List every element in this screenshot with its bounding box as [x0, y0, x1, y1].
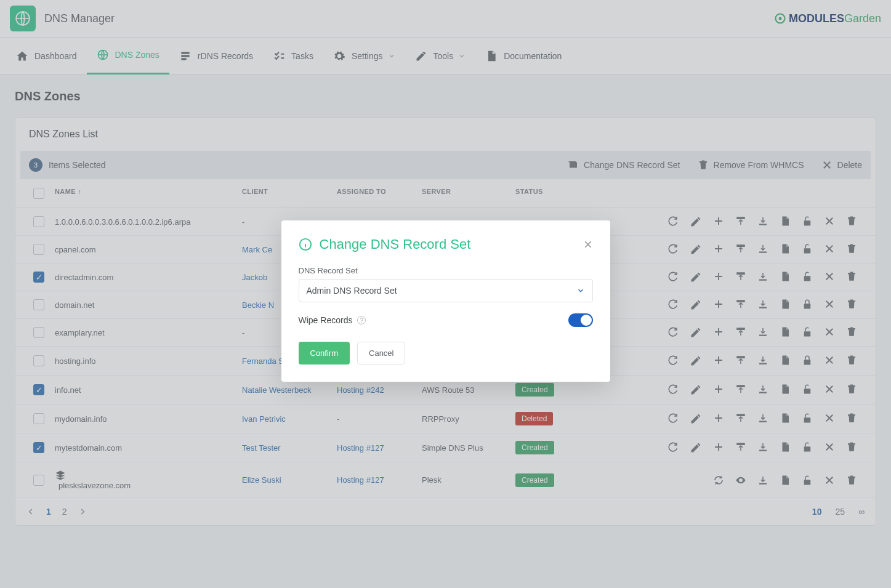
close-icon: [583, 240, 593, 249]
help-icon[interactable]: ?: [357, 316, 366, 324]
change-record-set-modal: Change DNS Record Set DNS Record Set Adm…: [281, 220, 610, 382]
wipe-records-label: Wipe Records: [299, 315, 353, 325]
record-set-label: DNS Record Set: [299, 266, 593, 275]
modal-close-button[interactable]: [583, 240, 593, 249]
modal-title: Change DNS Record Set: [320, 236, 471, 252]
cancel-button[interactable]: Cancel: [357, 342, 405, 364]
chevron-down-icon: [576, 286, 585, 295]
wipe-records-toggle[interactable]: [568, 313, 593, 327]
record-set-select[interactable]: Admin DNS Record Set: [299, 279, 593, 302]
confirm-button[interactable]: Confirm: [299, 342, 350, 364]
info-icon: [299, 238, 312, 251]
